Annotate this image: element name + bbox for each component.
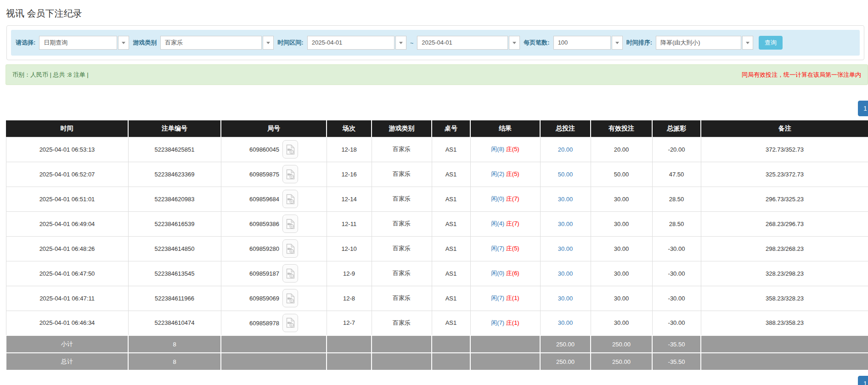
video-record-icon[interactable]: [282, 289, 298, 307]
table-row: 2025-04-01 06:53:13 522384625851 6098600…: [6, 137, 868, 162]
video-record-icon[interactable]: [282, 264, 298, 283]
remark: 358.23/328.23: [701, 286, 868, 311]
total-bet-link[interactable]: 30.00: [558, 196, 573, 203]
page-title: 视讯 会员下注纪录: [6, 7, 82, 20]
total-bet-link[interactable]: 30.00: [558, 319, 573, 326]
round-cell: 609859386: [221, 211, 327, 236]
page-size-select[interactable]: 100: [553, 36, 623, 50]
round-cell: 609859684: [221, 187, 327, 211]
chevron-down-icon[interactable]: [612, 36, 623, 50]
search-button[interactable]: 查询: [759, 36, 783, 50]
column-header: 总投注: [540, 120, 591, 137]
session-number: 12-7: [327, 311, 372, 335]
table-row: 2025-04-01 06:47:11 522384611966 6098590…: [6, 286, 868, 311]
pagination-page-1-top[interactable]: 1: [858, 101, 868, 116]
chevron-down-icon[interactable]: [118, 36, 129, 50]
result-player: 闲(7): [491, 245, 504, 252]
game-type-label: 游戏类别: [133, 39, 157, 47]
pagination-page-1-bottom[interactable]: 1: [858, 376, 868, 385]
subtotal-label: 小计: [6, 335, 128, 353]
column-header: 局号: [221, 120, 327, 137]
bet-id: 522384610474: [128, 311, 221, 335]
valid-bet: 30.00: [591, 286, 652, 311]
game-type: 百家乐: [372, 261, 432, 286]
page-size-label: 每页笔数:: [524, 39, 549, 47]
table-row: 2025-04-01 06:49:04 522384616539 6098593…: [6, 211, 868, 236]
bet-time: 2025-04-01 06:48:26: [6, 236, 128, 261]
total-bet-link[interactable]: 30.00: [558, 221, 573, 227]
date-to-select[interactable]: 2025-04-01: [417, 36, 520, 50]
payout: -30.00: [652, 236, 701, 261]
game-type: 百家乐: [372, 162, 432, 187]
time-range-label: 时间区间:: [277, 39, 303, 47]
round-cell: 609858978: [221, 311, 327, 335]
round-cell: 609859069: [221, 286, 327, 311]
date-to-value[interactable]: 2025-04-01: [417, 36, 508, 50]
session-number: 12-10: [327, 236, 372, 261]
date-from-select[interactable]: 2025-04-01: [307, 36, 406, 50]
total-bet-cell: 20.00: [540, 137, 591, 162]
bet-id: 522384611966: [128, 286, 221, 311]
total-bet-link[interactable]: 30.00: [558, 270, 573, 277]
chevron-down-icon[interactable]: [395, 36, 406, 50]
round-cell: 609860045: [221, 137, 327, 162]
video-record-icon[interactable]: [282, 165, 298, 183]
game-type-select[interactable]: 百家乐: [160, 36, 274, 50]
total-bet-cell: 30.00: [540, 187, 591, 211]
table-number: AS1: [432, 311, 470, 335]
table-number: AS1: [432, 236, 470, 261]
chevron-down-icon[interactable]: [509, 36, 520, 50]
summary-bar: 币别：人民币 | 总共 :8 注单 | 同局有效投注，统一计算在该局第一张注单内: [6, 64, 868, 85]
game-type: 百家乐: [372, 311, 432, 335]
total-bet-link[interactable]: 30.00: [558, 245, 573, 252]
result-player: 闲(7): [491, 294, 504, 301]
column-header: 有效投注: [591, 120, 652, 137]
remark: 328.23/298.23: [701, 261, 868, 286]
video-record-icon[interactable]: [282, 239, 298, 258]
round-number: 609858978: [249, 319, 279, 326]
game-type: 百家乐: [372, 211, 432, 236]
table-number: AS1: [432, 187, 470, 211]
table-number: AS1: [432, 286, 470, 311]
video-record-icon[interactable]: [282, 314, 298, 332]
bet-time: 2025-04-01 06:52:07: [6, 162, 128, 187]
date-from-value[interactable]: 2025-04-01: [307, 36, 395, 50]
result-banker: 庄(5): [506, 170, 519, 177]
video-record-icon[interactable]: [282, 140, 298, 159]
video-record-icon[interactable]: [282, 215, 298, 233]
bet-time: 2025-04-01 06:49:04: [6, 211, 128, 236]
round-number: 609859684: [249, 196, 279, 203]
session-number: 12-16: [327, 162, 372, 187]
game-type-value[interactable]: 百家乐: [160, 36, 262, 50]
round-number: 609860045: [249, 146, 279, 153]
payout: -20.00: [652, 137, 701, 162]
valid-bet: 30.00: [591, 236, 652, 261]
table-number: AS1: [432, 261, 470, 286]
total-bet-cell: 50.00: [540, 162, 591, 187]
payout: 47.50: [652, 162, 701, 187]
valid-bet: 20.00: [591, 137, 652, 162]
total-bet-link[interactable]: 20.00: [558, 146, 573, 153]
chevron-down-icon[interactable]: [263, 36, 274, 50]
game-type: 百家乐: [372, 137, 432, 162]
page: 视讯 会员下注纪录 请选择: 日期查询 游戏类别 百家乐 时间区间: 2025-…: [0, 0, 868, 385]
table-header-row: 时间注单编号局号场次游戏类别桌号结果总投注有效投注总派彩备注: [6, 120, 868, 137]
sort-order-value[interactable]: 降幂(由大到小): [656, 36, 741, 50]
query-type-select[interactable]: 日期查询: [39, 36, 129, 50]
valid-bet-notice-text: 同局有效投注，统一计算在该局第一张注单内: [742, 71, 861, 79]
table-row: 2025-04-01 06:52:07 522384623369 6098598…: [6, 162, 868, 187]
chevron-down-icon[interactable]: [742, 36, 753, 50]
table-row: 2025-04-01 06:46:34 522384610474 6098589…: [6, 311, 868, 335]
result-banker: 庄(6): [506, 270, 519, 277]
total-bet-link[interactable]: 30.00: [558, 295, 573, 302]
game-type: 百家乐: [372, 187, 432, 211]
sort-order-select[interactable]: 降幂(由大到小): [656, 36, 753, 50]
total-bet-link[interactable]: 50.00: [558, 171, 573, 178]
bet-id: 522384620983: [128, 187, 221, 211]
page-size-value[interactable]: 100: [553, 36, 611, 50]
round-number: 609859386: [249, 221, 279, 227]
query-type-value[interactable]: 日期查询: [39, 36, 117, 50]
session-number: 12-18: [327, 137, 372, 162]
video-record-icon[interactable]: [282, 190, 298, 208]
result-player: 闲(7): [491, 319, 504, 326]
